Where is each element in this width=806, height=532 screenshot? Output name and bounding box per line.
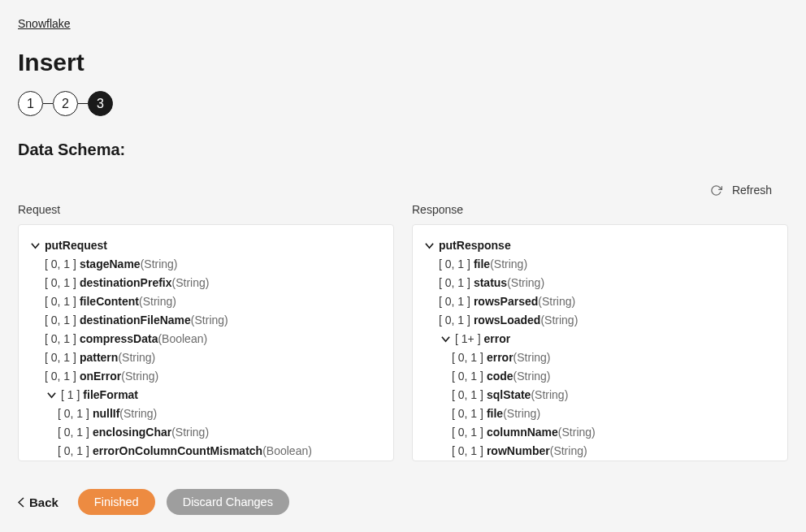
chevron-down-icon[interactable] — [45, 391, 58, 400]
finished-button[interactable]: Finished — [78, 489, 155, 515]
field-name: destinationFileName — [80, 311, 191, 330]
field-type: (String) — [118, 348, 155, 367]
schema-row-destinationPrefix: [ 0, 1 ] destinationPrefix (String) — [27, 274, 385, 292]
field-name: nullIf — [93, 404, 119, 423]
field-type: (String) — [507, 274, 544, 292]
cardinality: [ 1 ] — [61, 386, 80, 404]
schema-row-error: [ 0, 1 ] error (String) — [421, 348, 779, 367]
field-name: compressData — [80, 330, 158, 348]
field-name: fileFormat — [83, 386, 138, 404]
field-name: error — [484, 330, 511, 348]
section-title: Data Schema: — [18, 141, 788, 159]
cardinality: [ 0, 1 ] — [45, 367, 76, 386]
field-name: file — [474, 255, 490, 274]
field-name: fileContent — [80, 292, 139, 311]
response-schema-card: putResponse[ 0, 1 ] file (String)[ 0, 1 … — [412, 224, 788, 461]
field-type: (String) — [490, 255, 527, 274]
step-3[interactable]: 3 — [88, 91, 113, 116]
step-connector — [78, 103, 88, 105]
schema-row-errorOnColumnCountMismatch: [ 0, 1 ] errorOnColumnCountMismatch (Boo… — [27, 442, 385, 461]
chevron-down-icon[interactable] — [439, 335, 452, 344]
back-button[interactable]: Back — [18, 495, 58, 509]
cardinality: [ 0, 1 ] — [45, 330, 76, 348]
schema-row-destinationFileName: [ 0, 1 ] destinationFileName (String) — [27, 311, 385, 330]
schema-row-compressData: [ 0, 1 ] compressData (Boolean) — [27, 330, 385, 348]
schema-row-fileFormat: [ 1 ] fileFormat — [27, 386, 385, 404]
cardinality: [ 0, 1 ] — [452, 348, 483, 367]
field-name: status — [474, 274, 507, 292]
schema-row-putResponse: putResponse — [421, 236, 779, 255]
cardinality: [ 0, 1 ] — [439, 255, 470, 274]
field-type: (String) — [171, 423, 209, 442]
field-type: (String) — [191, 311, 228, 330]
chevron-down-icon[interactable] — [28, 241, 41, 250]
field-name: file — [487, 404, 503, 423]
cardinality: [ 0, 1 ] — [439, 274, 470, 292]
breadcrumb-link[interactable]: Snowflake — [18, 17, 71, 30]
schema-row-rowsLoaded: [ 0, 1 ] rowsLoaded (String) — [421, 311, 779, 330]
schema-row-enclosingChar: [ 0, 1 ] enclosingChar (String) — [27, 423, 385, 442]
field-type: (String) — [139, 292, 176, 311]
step-1[interactable]: 1 — [18, 91, 43, 116]
field-type: (String) — [172, 274, 210, 292]
cardinality: [ 0, 1 ] — [58, 442, 89, 461]
chevron-down-icon[interactable] — [422, 241, 436, 250]
field-type: (Boolean) — [158, 330, 207, 348]
field-type: (String) — [121, 367, 158, 386]
schema-row-file: [ 0, 1 ] file (String) — [421, 255, 779, 274]
field-name: code — [487, 367, 514, 386]
schema-row-error: [ 1+ ] error — [421, 330, 779, 348]
refresh-icon[interactable] — [710, 184, 722, 197]
cardinality: [ 0, 1 ] — [45, 274, 76, 292]
cardinality: [ 0, 1 ] — [452, 442, 483, 461]
field-type: (String) — [141, 255, 178, 274]
refresh-button[interactable]: Refresh — [732, 184, 772, 197]
step-connector — [43, 103, 53, 105]
field-type: (String) — [119, 404, 157, 423]
field-name: onError — [80, 367, 121, 386]
field-name: error — [487, 348, 514, 367]
discard-button[interactable]: Discard Changes — [167, 489, 289, 515]
field-type: (String) — [514, 348, 551, 367]
field-name: rowsLoaded — [474, 311, 540, 330]
field-name: sqlState — [487, 386, 531, 404]
field-type: (String) — [558, 423, 596, 442]
field-name: putResponse — [439, 236, 511, 255]
schema-row-fileContent: [ 0, 1 ] fileContent (String) — [27, 292, 385, 311]
field-name: errorOnColumnCountMismatch — [93, 442, 262, 461]
field-type: (String) — [503, 404, 540, 423]
field-name: destinationPrefix — [80, 274, 172, 292]
field-type: (String) — [540, 311, 578, 330]
schema-row-file: [ 0, 1 ] file (String) — [421, 404, 779, 423]
back-label: Back — [29, 495, 58, 509]
field-name: stageName — [80, 255, 141, 274]
request-header: Request — [18, 203, 394, 216]
schema-row-status: [ 0, 1 ] status (String) — [421, 274, 779, 292]
field-type: (String) — [550, 442, 587, 461]
schema-row-nullIf: [ 0, 1 ] nullIf (String) — [27, 404, 385, 423]
field-name: rowsParsed — [474, 292, 538, 311]
field-name: columnName — [487, 423, 558, 442]
chevron-left-icon — [18, 497, 24, 508]
cardinality: [ 0, 1 ] — [452, 386, 483, 404]
field-type: (Boolean) — [262, 442, 312, 461]
cardinality: [ 0, 1 ] — [45, 311, 76, 330]
step-2[interactable]: 2 — [53, 91, 78, 116]
response-header: Response — [412, 203, 788, 216]
request-schema-card: putRequest[ 0, 1 ] stageName (String)[ 0… — [18, 224, 394, 461]
stepper: 123 — [18, 91, 788, 116]
cardinality: [ 0, 1 ] — [58, 404, 89, 423]
cardinality: [ 0, 1 ] — [439, 311, 470, 330]
schema-row-code: [ 0, 1 ] code (String) — [421, 367, 779, 386]
cardinality: [ 0, 1 ] — [452, 423, 483, 442]
schema-row-rowsParsed: [ 0, 1 ] rowsParsed (String) — [421, 292, 779, 311]
page-title: Insert — [18, 49, 788, 76]
schema-row-stageName: [ 0, 1 ] stageName (String) — [27, 255, 385, 274]
schema-row-onError: [ 0, 1 ] onError (String) — [27, 367, 385, 386]
field-name: putRequest — [45, 236, 107, 255]
field-name: enclosingChar — [93, 423, 171, 442]
schema-row-pattern: [ 0, 1 ] pattern (String) — [27, 348, 385, 367]
schema-row-columnName: [ 0, 1 ] columnName (String) — [421, 423, 779, 442]
field-name: pattern — [80, 348, 118, 367]
cardinality: [ 0, 1 ] — [45, 348, 76, 367]
